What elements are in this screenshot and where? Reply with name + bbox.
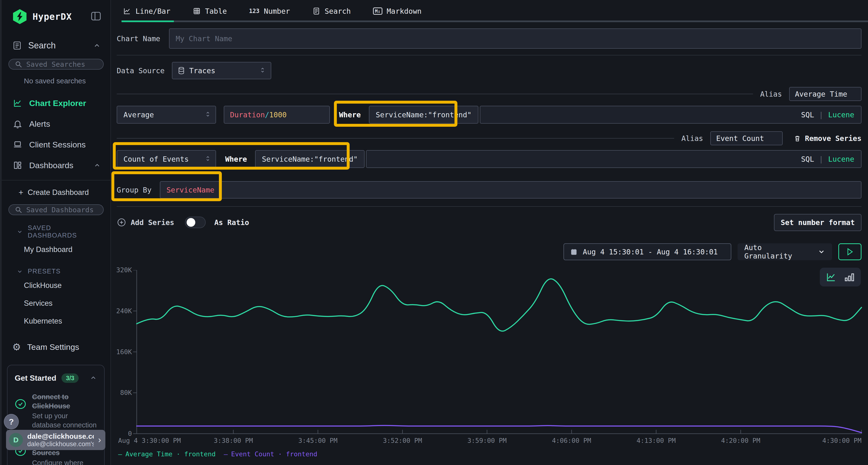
bell-icon	[13, 119, 23, 129]
date-range-value: Aug 4 15:30:01 - Aug 4 16:30:01	[583, 248, 718, 256]
tab-markdown[interactable]: M↓ Markdown	[373, 0, 422, 22]
sidebar-collapse-icon[interactable]	[90, 11, 102, 23]
table-icon	[193, 7, 201, 15]
group-by-row: Group By ServiceName	[117, 181, 862, 199]
group-by-label: Group By	[117, 186, 152, 194]
chevron-down-icon	[17, 268, 23, 275]
legend-item[interactable]: —Event Count · frontend	[224, 450, 317, 458]
lucene-mode-link[interactable]: Lucene	[828, 110, 854, 119]
sidebar-item-dashboards[interactable]: Dashboards	[2, 155, 111, 176]
sidebar-item-client-sessions[interactable]: Client Sessions	[2, 134, 111, 155]
tab-label: Number	[264, 7, 290, 15]
series-1-row: Average Duration/1000 Where ServiceName:…	[117, 106, 862, 124]
step-desc: Set up your database connection	[32, 411, 97, 430]
play-icon	[846, 248, 854, 256]
series-controls-row: Add Series As Ratio Set number format	[117, 215, 862, 230]
chart-display-toggle	[820, 268, 861, 287]
plus-circle-icon	[117, 218, 126, 227]
tab-line-bar[interactable]: Line/Bar	[123, 0, 170, 22]
as-ratio-toggle[interactable]	[185, 217, 206, 228]
sidebar-item-label: Alerts	[29, 119, 50, 129]
sidebar-item-services[interactable]: Services	[2, 294, 111, 312]
presets-section-header[interactable]: PRESETS	[2, 259, 111, 276]
sql-mode-link[interactable]: SQL	[801, 110, 814, 119]
create-dashboard-button[interactable]: + Create Dashboard	[2, 180, 111, 198]
sidebar-item-clickhouse[interactable]: ClickHouse	[2, 276, 111, 294]
chart-name-row: Chart Name	[117, 28, 862, 49]
series-2-alias-row: Alias Remove Series	[117, 132, 862, 145]
series-2-aggregation-select[interactable]: Count of Events	[117, 150, 216, 168]
tab-label: Markdown	[387, 7, 422, 15]
aggregation-value: Count of Events	[123, 155, 205, 163]
get-started-item[interactable]: Connect to ClickHouse Set up your databa…	[15, 393, 97, 430]
series-2-query-mode-box[interactable]: SQL | Lucene	[366, 150, 862, 168]
series-1-where-input[interactable]: ServiceName:"frontend"	[369, 106, 478, 124]
sql-mode-link[interactable]: SQL	[801, 155, 814, 163]
chevron-up-icon[interactable]	[93, 42, 101, 49]
where-label: Where	[339, 110, 361, 119]
group-by-input[interactable]: ServiceName	[160, 181, 862, 199]
tabbar-baseline	[123, 21, 868, 22]
saved-dashboards-section-header[interactable]: SAVED DASHBOARDS	[2, 215, 111, 241]
tab-number[interactable]: 123 Number	[249, 0, 290, 22]
date-range-picker[interactable]: Aug 4 15:30:01 - Aug 4 16:30:01	[563, 243, 731, 260]
chart-name-input[interactable]	[176, 34, 855, 43]
number-123-icon: 123	[249, 8, 259, 14]
sidebar-item-my-dashboard[interactable]: My Dashboard	[2, 241, 111, 259]
divider	[117, 94, 753, 94]
tab-label: Search	[325, 7, 351, 15]
chevron-up-icon[interactable]	[90, 374, 97, 383]
series-2-where-input[interactable]: ServiceName:"frontend"	[255, 150, 364, 168]
as-ratio-label: As Ratio	[214, 218, 249, 227]
mode-separator: |	[819, 155, 824, 163]
chart-type-tabbar: Line/Bar Table 123 Number Search M↓	[111, 0, 868, 22]
bar-chart-toggle-icon[interactable]	[844, 271, 855, 283]
team-settings-button[interactable]: ⚙ Team Settings	[2, 330, 111, 354]
remove-series-button[interactable]: Remove Series	[794, 134, 862, 143]
legend-item[interactable]: —Average Time · frontend	[118, 450, 216, 458]
sidebar-section-search[interactable]: Search	[2, 27, 111, 53]
line-chart-toggle-icon[interactable]	[826, 271, 837, 283]
set-number-format-button[interactable]: Set number format	[774, 214, 862, 231]
laptop-icon	[13, 140, 23, 150]
series-1-aggregation-select[interactable]: Average	[117, 106, 216, 124]
magnifier-icon	[15, 206, 23, 214]
add-series-button[interactable]: Add Series	[117, 218, 174, 227]
data-source-select[interactable]: Traces	[172, 62, 271, 79]
series-2-alias-input[interactable]	[710, 131, 783, 145]
tab-search[interactable]: Search	[312, 0, 351, 22]
granularity-select[interactable]: Auto Granularity	[738, 243, 832, 260]
saved-searches-search[interactable]: ⌘K	[8, 59, 104, 70]
saved-dashboards-search[interactable]: ⌘K	[8, 204, 104, 215]
data-source-label: Data Source	[117, 66, 165, 75]
series-1-query-mode-box[interactable]: SQL | Lucene	[480, 106, 862, 124]
sidebar-item-label: Chart Explorer	[29, 99, 86, 108]
tab-table[interactable]: Table	[193, 0, 227, 22]
series-2-row: Count of Events Where ServiceName:"front…	[117, 150, 862, 168]
saved-searches-input[interactable]	[26, 60, 115, 68]
help-button[interactable]: ?	[4, 414, 19, 429]
y-axis-tick-label: 0	[111, 430, 132, 437]
where-value: ServiceName:"frontend"	[376, 110, 471, 119]
series-1-field-input[interactable]: Duration/1000	[224, 106, 330, 124]
sidebar-item-chart-explorer[interactable]: Chart Explorer	[2, 93, 111, 113]
lucene-mode-link[interactable]: Lucene	[828, 155, 854, 163]
plus-icon: +	[19, 188, 23, 197]
chart-legend: —Average Time · frontend—Event Count · f…	[118, 450, 317, 458]
sidebar-item-alerts[interactable]: Alerts	[2, 113, 111, 134]
search-section-label: Search	[28, 40, 56, 51]
chart-controls-row: Aug 4 15:30:01 - Aug 4 16:30:01 Auto Gra…	[111, 243, 868, 260]
x-axis-tick-label: 3:38:00 PM	[205, 437, 262, 444]
data-source-row: Data Source Traces	[117, 62, 862, 79]
user-menu[interactable]: D dale@clickhouse.com dale@clickhouse.co…	[6, 430, 105, 450]
alias-label: Alias	[681, 134, 703, 143]
sidebar-item-kubernetes[interactable]: Kubernetes	[2, 312, 111, 330]
saved-dashboards-input[interactable]	[26, 206, 115, 214]
run-query-button[interactable]	[838, 243, 862, 260]
chart-builder-form: Chart Name Data Source Traces	[111, 28, 868, 230]
series-1-alias-input[interactable]	[789, 87, 862, 101]
alias-label: Alias	[760, 90, 782, 98]
chevron-up-icon[interactable]	[94, 162, 101, 169]
chevron-updown-icon	[259, 66, 266, 75]
timeseries-chart[interactable]: —Average Time · frontend—Event Count · f…	[111, 270, 868, 460]
